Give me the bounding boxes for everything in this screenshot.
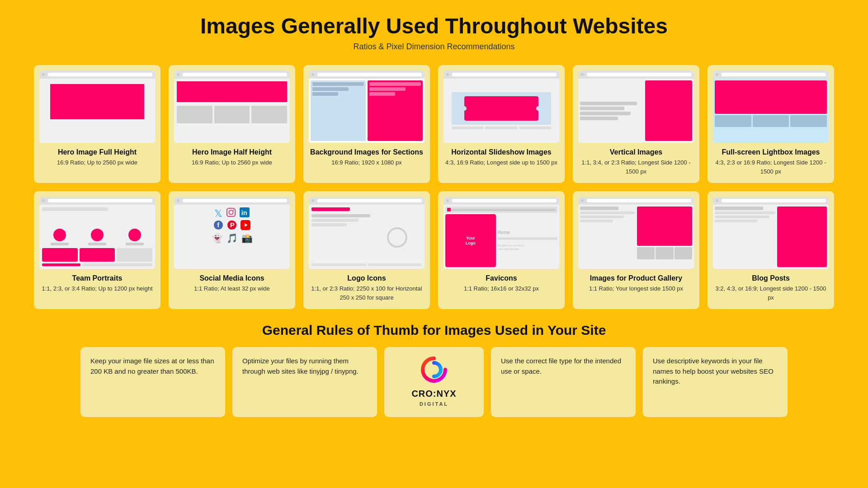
browser-bar [39, 70, 155, 79]
browser-bar [578, 70, 694, 79]
gallery-line [580, 220, 613, 222]
card-lightbox: Full-screen Lightbox Images 4:3, 2:3 or … [708, 65, 834, 183]
browser-url [317, 199, 422, 202]
card-desc: 1:1 Ratio; 16x16 or 32x32 px [443, 284, 559, 293]
card-title: Horizontal Slideshow Images [443, 148, 559, 156]
vert-bar [580, 102, 637, 105]
hero-image [50, 84, 144, 119]
browser-body [174, 79, 290, 143]
social-row-3: 👻 🎵 📸 [177, 233, 287, 244]
lightbox-thumb [790, 115, 827, 127]
browser-mockup [578, 70, 694, 143]
blog-left-col [715, 206, 775, 267]
instagram-icon [226, 207, 236, 220]
logo-bottom-lines [311, 263, 422, 266]
tip-card-1: Keep your image file sizes at or less th… [80, 347, 225, 417]
cronyx-sub: DIGITAL [411, 400, 456, 408]
card-image-product-gallery [578, 197, 694, 269]
browser-bar [174, 70, 290, 79]
card-image-logo-icons [309, 197, 425, 269]
card-title: Social Media Icons [174, 274, 290, 282]
browser-dot [177, 73, 179, 76]
blog-line [715, 220, 757, 222]
card-title: Images for Product Gallery [578, 274, 694, 282]
row1: Hero Image Full Height 16:9 Ratio; Up to… [27, 65, 841, 183]
card-product-gallery: Images for Product Gallery 1:1 Ratio; Yo… [573, 191, 699, 309]
browser-body: 𝕏 in f P [174, 205, 290, 269]
lightbox-thumb [753, 115, 789, 127]
cronyx-icon [420, 356, 448, 383]
card-image-vertical [578, 70, 694, 143]
card-slideshow: Horizontal Slideshow Images 4:3, 16:9 Ra… [438, 65, 565, 183]
card-title: Blog Posts [713, 274, 829, 282]
portrait-rect-gray [117, 248, 152, 262]
portrait-name [88, 243, 106, 245]
browser-url [452, 199, 557, 202]
slideshow-dots [452, 127, 551, 129]
card-desc: 4:3, 16:9 Ratio; Longest side up to 1500… [443, 158, 559, 167]
card-image-team-portraits [39, 197, 155, 269]
blog-title-bar [715, 206, 763, 210]
browser-url [722, 73, 826, 76]
favicon-content: YourLogo Home Sample of your tabs inyour… [445, 214, 557, 267]
page-subtitle: Ratios & Pixel Dimension Recommendations [27, 42, 841, 52]
blog-line [715, 211, 775, 214]
browser-dot [716, 199, 718, 202]
portrait-item [51, 229, 69, 245]
favicon-right: Home Sample of your tabs inyour web brow… [498, 214, 557, 267]
logo-bottom-bar [368, 263, 422, 266]
browser-mockup [713, 197, 829, 269]
browser-body [578, 79, 694, 143]
port-title-bar [42, 207, 108, 211]
lightbox-thumbs [715, 115, 827, 127]
card-desc: 1:1 Ratio; Your longest side 1500 px [578, 284, 694, 293]
blog-line [715, 216, 769, 218]
browser-url [587, 73, 691, 76]
slideshow-wrapper [452, 92, 551, 125]
portrait-circle [128, 229, 141, 241]
browser-dot [716, 73, 718, 76]
card-image-slideshow [443, 70, 559, 143]
cronyx-name-block: CRO:NYX DIGITAL [411, 387, 456, 408]
browser-mockup [578, 197, 694, 269]
browser-url [452, 73, 557, 76]
page-title: Images Generally Used Throughout Website… [27, 14, 841, 38]
portrait-name [126, 243, 144, 245]
grid-block [177, 106, 212, 123]
browser-body [443, 79, 559, 143]
card-desc: 16:9 Ratio; 868 x 488 px [309, 158, 425, 167]
card-desc: 1:1, 3:4, or 2:3 Ratio; Longest Side 120… [578, 158, 694, 176]
tip-card-3: Use the correct file type for the intend… [491, 347, 636, 417]
card-desc: 1:1, 2:3, or 3:4 Ratio; Up to 1200 px he… [39, 284, 155, 293]
twitter-icon: 𝕏 [214, 208, 222, 220]
bg-bar [312, 87, 349, 91]
card-title: Full-screen Lightbox Images [713, 148, 829, 156]
favicon-logo-box: YourLogo [445, 214, 496, 267]
portrait-item [126, 229, 144, 245]
gallery-thumb [675, 247, 692, 259]
card-title: Team Portraits [39, 274, 155, 282]
portrait-rect [80, 248, 115, 262]
logo-circle-col [372, 213, 422, 261]
portrait-name [51, 243, 69, 245]
card-vertical: Vertical Images 1:1, 3:4, or 2:3 Ratio; … [573, 65, 699, 183]
browser-dot [311, 73, 314, 76]
logo-card: CRO:NYX DIGITAL [384, 347, 484, 417]
browser-mockup [39, 197, 155, 269]
vert-bar [580, 112, 631, 115]
browser-body [713, 79, 829, 143]
card-title: Background Images for Sections [309, 148, 425, 156]
tips-row: Keep your image file sizes at or less th… [27, 347, 841, 417]
card-title: Logo Icons [309, 274, 425, 282]
card-image-favicons: YourLogo Home Sample of your tabs inyour… [443, 197, 559, 269]
browser-bar [443, 70, 559, 79]
card-title: Hero Image Full Height [39, 148, 155, 156]
browser-dot [177, 199, 179, 202]
browser-dot [42, 199, 45, 202]
extra-icon: 📸 [241, 233, 253, 244]
card-bg-sections: Background Images for Sections 16:9 Rati… [303, 65, 430, 183]
bg-bar [369, 82, 421, 86]
slide-indicator [452, 127, 484, 129]
favicon-tab-icon [447, 208, 451, 211]
slide-indicator [519, 127, 551, 129]
